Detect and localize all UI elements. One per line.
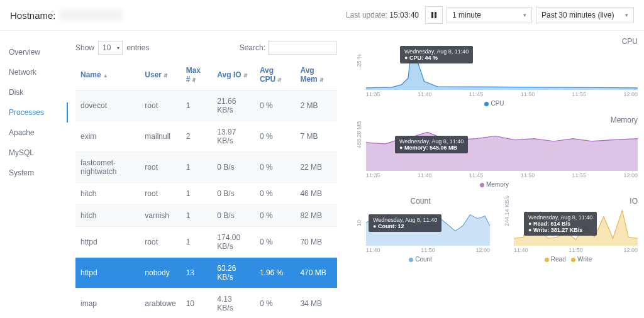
cell-name: hitch [75, 183, 140, 205]
cell-name: httpd [75, 258, 140, 288]
cell-user: root [140, 227, 180, 258]
cell-mem: 46 MB [295, 183, 337, 205]
count-legend: Count [351, 256, 490, 263]
cell-user: arabtowe [140, 288, 180, 319]
cell-cpu: 0 % [255, 152, 296, 183]
x-tick: 12:00 [623, 247, 638, 253]
cell-mem: 22 MB [295, 152, 337, 183]
x-tick: 12:00 [623, 91, 638, 97]
sidebar-item-disk[interactable]: Disk [9, 82, 68, 102]
cell-io: 63.26 KB/s [212, 258, 255, 288]
table-row[interactable]: hitchvarnish10 B/s0 %82 MB [75, 205, 337, 227]
sort-icon: ⇵ [319, 77, 324, 83]
table-row[interactable]: httpdnobody1363.26 KB/s1.96 %470 MB [75, 258, 337, 288]
sort-icon: ⇵ [243, 73, 248, 79]
svg-rect-1 [435, 12, 436, 18]
memory-y-label: 488.28 MB [356, 121, 362, 148]
show-label: Show [75, 43, 94, 52]
cell-name: imap [75, 288, 140, 319]
cell-max: 1 [181, 227, 213, 258]
cell-name: fastcomet-nightwatch [75, 152, 140, 183]
svg-rect-0 [431, 12, 433, 18]
sidebar: OverviewNetworkDiskProcessesApacheMySQLS… [0, 31, 68, 318]
interval-select[interactable]: 1 minute [447, 7, 532, 23]
io-chart: IO 244.14 KB/s Wednesday, Aug 8, 11:40 ●… [499, 197, 638, 263]
column-user[interactable]: User⇵ [140, 60, 180, 90]
cell-mem: 70 MB [295, 227, 337, 258]
table-row[interactable]: dovecotroot121.66 KB/s0 %2 MB [75, 90, 337, 121]
sidebar-item-network[interactable]: Network [9, 62, 68, 82]
count-y-label: 10 [356, 220, 362, 226]
pause-button[interactable] [425, 6, 443, 24]
cell-user: varnish [140, 205, 180, 227]
cell-cpu: 0 % [255, 121, 296, 152]
cell-io: 0 B/s [212, 152, 255, 183]
cell-mem: 470 MB [295, 258, 337, 288]
hostname-label: Hostname: [10, 10, 56, 21]
sort-icon: ⇵ [192, 77, 196, 83]
column-avg-cpu[interactable]: Avg CPU⇵ [255, 60, 296, 90]
cell-mem: 2 MB [295, 90, 337, 121]
range-select[interactable]: Past 30 minutes (live) [536, 7, 634, 23]
cell-max: 1 [181, 152, 213, 183]
column-avg-io[interactable]: Avg IO⇵ [212, 60, 255, 90]
cell-name: hitch [75, 205, 140, 227]
cell-name: dovecot [75, 90, 140, 121]
cell-cpu: 0 % [255, 288, 296, 319]
table-row[interactable]: fastcomet-nightwatchroot10 B/s0 %22 MB [75, 152, 337, 183]
x-tick: 11:50 [521, 172, 535, 178]
cpu-chart-title: CPU [351, 37, 638, 46]
x-tick: 11:45 [469, 91, 484, 97]
search-label: Search: [240, 43, 265, 52]
cell-max: 13 [181, 258, 213, 288]
cpu-legend: CPU [351, 100, 638, 107]
cell-max: 2 [181, 121, 213, 152]
entries-select[interactable]: 10 [98, 41, 123, 55]
io-chart-title: IO [499, 197, 638, 206]
x-tick: 11:35 [366, 172, 380, 178]
search-input[interactable] [268, 41, 337, 55]
x-tick: 11:35 [366, 91, 380, 97]
last-update: Last update: 15:03:40 [346, 11, 419, 19]
column-max-[interactable]: Max #⇵ [181, 60, 213, 90]
cell-mem: 7 MB [295, 121, 337, 152]
sort-icon: ⇵ [277, 77, 282, 83]
cell-io: 0 B/s [212, 183, 255, 205]
cpu-chart: CPU .25 % Wednesday, Aug 8, 11:40 ● CPU:… [351, 37, 638, 107]
cell-cpu: 0 % [255, 205, 296, 227]
cell-cpu: 0 % [255, 183, 296, 205]
cell-cpu: 0 % [255, 90, 296, 121]
cell-user: nobody [140, 258, 180, 288]
column-avg-mem[interactable]: Avg Mem⇵ [295, 60, 337, 90]
sidebar-item-apache[interactable]: Apache [9, 123, 68, 143]
x-tick: 11:50 [569, 247, 583, 253]
pause-icon [431, 12, 437, 18]
table-row[interactable]: httpdroot1174.00 KB/s0 %70 MB [75, 227, 337, 258]
cell-io: 21.66 KB/s [212, 90, 255, 121]
cell-io: 13.97 KB/s [212, 121, 255, 152]
cell-io: 174.00 KB/s [212, 227, 255, 258]
column-name[interactable]: Name▲ [75, 60, 140, 90]
sidebar-item-overview[interactable]: Overview [9, 42, 68, 62]
count-chart-title: Count [351, 197, 490, 206]
cell-io: 0 B/s [212, 205, 255, 227]
x-tick: 11:55 [572, 172, 587, 178]
table-row[interactable]: hitchroot10 B/s0 %46 MB [75, 183, 337, 205]
table-row[interactable]: eximmailnull213.97 KB/s0 %7 MB [75, 121, 337, 152]
cell-name: httpd [75, 227, 140, 258]
x-tick: 11:40 [418, 172, 432, 178]
cell-mem: 34 MB [295, 288, 337, 319]
table-row[interactable]: imaparabtowe104.13 KB/s0 %34 MB [75, 288, 337, 319]
cell-max: 10 [181, 288, 213, 319]
memory-chart: Memory 488.28 MB Wednesday, Aug 8, 11:40… [351, 116, 638, 188]
entries-label: entries [126, 43, 149, 52]
sidebar-item-processes[interactable]: Processes [9, 102, 68, 123]
cell-user: root [140, 90, 180, 121]
sidebar-item-system[interactable]: System [9, 163, 68, 183]
sidebar-item-mysql[interactable]: MySQL [9, 143, 68, 163]
x-tick: 11:50 [421, 247, 435, 253]
cell-mem: 82 MB [295, 205, 337, 227]
count-chart: Count 10 Wednesday, Aug 8, 11:40 ● Count… [351, 197, 490, 263]
x-tick: 12:00 [623, 172, 638, 178]
sort-icon: ⇵ [164, 73, 168, 79]
